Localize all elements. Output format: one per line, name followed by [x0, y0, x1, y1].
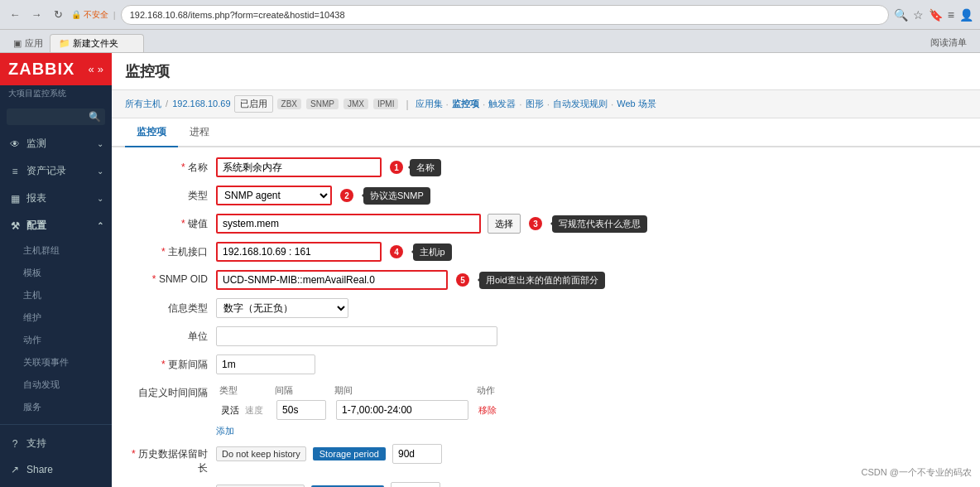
- sidebar-item-support[interactable]: ? 支持: [0, 430, 112, 457]
- security-warning: 🔒 不安全: [71, 9, 108, 21]
- nav-items[interactable]: 监控项: [452, 98, 479, 110]
- sidebar-item-assets[interactable]: ≡ 资产记录 ⌄: [0, 157, 112, 185]
- nav-web[interactable]: Web 场景: [617, 98, 656, 110]
- schedule-row: 自定义时间间隔 类型 间隔 期间 动作: [125, 383, 967, 437]
- schedule-action-cell: 移除: [473, 398, 503, 422]
- sidebar-logo: ZABBIX « »: [0, 53, 112, 85]
- monitor-icon: 👁: [8, 138, 22, 150]
- sidebar-item-hosts[interactable]: 主机: [0, 284, 112, 306]
- support-label: 支持: [26, 436, 46, 451]
- address-bar[interactable]: [121, 5, 889, 25]
- name-annotation: 名称: [410, 159, 441, 176]
- support-icon: ?: [8, 438, 22, 450]
- history-storage-btn[interactable]: Storage period: [313, 447, 386, 460]
- sidebar-item-services[interactable]: 服务: [0, 396, 112, 418]
- sidebar-item-templates[interactable]: 模板: [0, 262, 112, 284]
- nav-discovery[interactable]: 自动发现规则: [553, 98, 608, 110]
- type-select[interactable]: SNMP agent: [216, 186, 332, 205]
- unit-label: 单位: [125, 326, 216, 344]
- schedule-label: 自定义时间间隔: [125, 383, 216, 400]
- sidebar-item-share[interactable]: ↗ Share: [0, 457, 112, 482]
- breadcrumb-ip[interactable]: 192.168.10.69: [172, 99, 230, 108]
- key-annotation: 写规范代表什么意思: [552, 215, 647, 233]
- breadcrumb: 所有主机 / 192.168.10.69: [125, 98, 231, 110]
- tab-process[interactable]: 进程: [178, 118, 221, 147]
- tab-items[interactable]: 监控项: [125, 118, 178, 147]
- reports-arrow: ⌄: [97, 194, 103, 203]
- name-row: 名称 1 名称: [125, 157, 967, 179]
- snmp-oid-row: SNMP OID 5 用oid查出来的值的前面部分: [125, 270, 967, 292]
- tag-zbx: ZBX: [277, 99, 301, 109]
- services-label: 服务: [23, 401, 41, 413]
- search-icon: 🔍: [89, 111, 101, 123]
- snmp-oid-annotation-text: 用oid查出来的值的前面部分: [486, 274, 598, 287]
- name-input[interactable]: [216, 157, 382, 177]
- interval-input[interactable]: [216, 354, 315, 374]
- sidebar-item-config[interactable]: ⚒ 配置 ⌃: [0, 212, 112, 239]
- sidebar-item-host-groups[interactable]: 主机群组: [0, 239, 112, 262]
- add-schedule-btn[interactable]: 添加: [216, 426, 234, 436]
- name-annotation-wrap: 1 名称: [385, 159, 441, 176]
- trend-value-input[interactable]: [391, 482, 440, 487]
- sidebar-item-monitor[interactable]: 👁 监测 ⌄: [0, 130, 112, 157]
- select-key-btn[interactable]: 选择: [488, 214, 521, 234]
- sidebar-item-actions[interactable]: 动作: [0, 329, 112, 351]
- config-arrow: ⌃: [97, 221, 103, 230]
- info-type-label: 信息类型: [125, 298, 216, 316]
- nav-appsets[interactable]: 应用集: [416, 98, 443, 110]
- correlations-label: 关联项事件: [23, 356, 69, 369]
- annotation-num-2: 2: [340, 189, 353, 202]
- monitor-arrow: ⌄: [97, 139, 103, 148]
- interval-row: 更新间隔: [125, 354, 967, 376]
- reading-mode-btn[interactable]: 阅读清单: [924, 33, 973, 52]
- host-iface-row: 主机接口 4 主机ip: [125, 242, 967, 263]
- col-period: 期间: [331, 383, 473, 398]
- snmp-oid-input[interactable]: [216, 270, 448, 290]
- history-no-keep-btn[interactable]: Do not keep history: [216, 446, 306, 461]
- sidebar-item-reports[interactable]: ▦ 报表 ⌄: [0, 185, 112, 212]
- sidebar-collapse-icon[interactable]: «: [89, 63, 94, 75]
- schedule-period-input[interactable]: [336, 400, 468, 420]
- history-row: 历史数据保留时长 Do not keep history Storage per…: [125, 444, 967, 475]
- annotation-num-1: 1: [390, 161, 403, 174]
- schedule-interval-input[interactable]: [276, 400, 326, 420]
- page-header: 监控项: [112, 53, 980, 90]
- history-value-input[interactable]: [392, 444, 442, 464]
- type-row: 类型 SNMP agent 2 协议选SNMP: [125, 186, 967, 207]
- breadcrumb-all-hosts[interactable]: 所有主机: [125, 99, 161, 108]
- forward-button[interactable]: →: [28, 7, 45, 23]
- type-label: 类型: [125, 186, 216, 203]
- menu-icon[interactable]: ≡: [948, 8, 954, 22]
- actions-label: 动作: [23, 334, 41, 346]
- bookmark2-icon[interactable]: 🔖: [929, 8, 943, 22]
- sidebar-item-discovery[interactable]: 自动发现: [0, 374, 112, 396]
- host-groups-label: 主机群组: [23, 244, 60, 257]
- nav-graphs[interactable]: 图形: [526, 98, 544, 110]
- back-button[interactable]: ←: [7, 7, 23, 23]
- col-type: 类型: [216, 383, 271, 398]
- host-iface-input[interactable]: [216, 242, 382, 262]
- schedule-type-cell: 灵活 速度: [216, 398, 271, 422]
- nav-triggers[interactable]: 触发器: [488, 98, 516, 110]
- schedule-period-cell: [331, 398, 473, 422]
- snmp-oid-label: SNMP OID: [125, 270, 216, 285]
- sidebar-item-admin[interactable]: ⚙ 管理 ⌄: [0, 418, 112, 424]
- sidebar-item-correlations[interactable]: 关联项事件: [0, 351, 112, 374]
- browser-tab[interactable]: 📁 新建文件夹: [50, 34, 144, 52]
- refresh-button[interactable]: ↻: [50, 7, 66, 23]
- sidebar-expand-icon[interactable]: »: [98, 63, 103, 75]
- unit-input[interactable]: [216, 326, 497, 346]
- key-row: 键值 选择 3 写规范代表什么意思: [125, 214, 967, 235]
- status-btn[interactable]: 已启用: [234, 95, 273, 113]
- sidebar-item-maintenance[interactable]: 维护: [0, 306, 112, 329]
- star-icon[interactable]: ☆: [913, 8, 924, 22]
- info-type-row: 信息类型 数字（无正负）: [125, 298, 967, 320]
- schedule-interval-cell: [271, 398, 331, 422]
- add-schedule-wrap: 添加: [216, 425, 503, 437]
- info-type-select[interactable]: 数字（无正负）: [216, 298, 348, 318]
- sidebar-subtitle: 大项目监控系统: [0, 85, 112, 104]
- user-icon[interactable]: 👤: [959, 8, 973, 22]
- bookmark-icon[interactable]: 🔍: [894, 8, 908, 22]
- key-input[interactable]: [216, 214, 481, 234]
- schedule-remove-btn[interactable]: 移除: [478, 405, 497, 415]
